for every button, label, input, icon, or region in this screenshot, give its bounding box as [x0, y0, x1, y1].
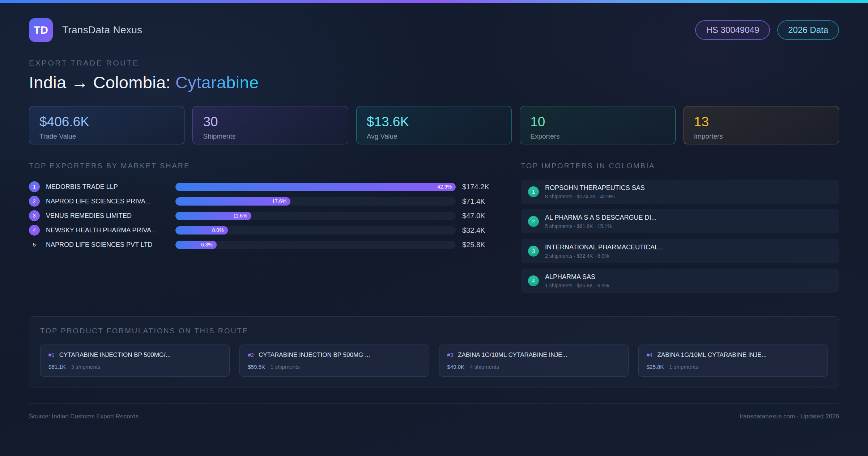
stat-cards: $406.6K Trade Value 30 Shipments $13.6K … — [29, 106, 839, 144]
stat-value: 30 — [203, 114, 337, 130]
exporters-section: TOP EXPORTERS BY MARKET SHARE 1 MEDORBIS… — [29, 162, 495, 298]
stat-exporters[interactable]: 10 Exporters — [520, 106, 675, 144]
stat-shipments[interactable]: 30 Shipments — [192, 106, 348, 144]
formulations-heading: TOP PRODUCT FORMULATIONS ON THIS ROUTE — [40, 327, 828, 335]
stat-label: Exporters — [530, 132, 665, 140]
exporters-heading: TOP EXPORTERS BY MARKET SHARE — [29, 162, 495, 170]
brand-name: TransData Nexus — [62, 24, 142, 36]
product-title: Cytarabine — [175, 73, 259, 92]
exporter-row[interactable]: 4 NEWSKY HEALTH PHARMA PRIVA... 8.0% $32… — [29, 223, 495, 237]
stat-value: $13.6K — [367, 114, 501, 130]
importers-section: TOP IMPORTERS IN COLOMBIA 1 ROPSOHN THER… — [521, 162, 839, 298]
page-title: India → Colombia: Cytarabine — [29, 72, 839, 92]
importer-card[interactable]: 4 ALPHARMA SAS 1 shipments · $25.8K · 6.… — [521, 269, 839, 293]
market-share-bar-track: 42.9% — [175, 183, 456, 191]
rank-badge: 3 — [528, 246, 539, 257]
exporter-row[interactable]: 5 NAPROD LIFE SCIENCES PVT LTD 6.3% $25.… — [29, 237, 495, 252]
product-card-top: #1 CYTARABINE INJECTION BP 500MG/... — [48, 351, 221, 359]
importer-name: ALPHARMA SAS — [545, 273, 609, 281]
importer-info: ROPSOHN THERAPEUTICS SAS 8 shipments · $… — [545, 184, 645, 199]
exporter-value: $32.4K — [456, 226, 495, 235]
product-value: $61.1K — [48, 364, 66, 370]
importers-heading: TOP IMPORTERS IN COLOMBIA — [521, 162, 839, 170]
product-shipments: 1 shipments — [271, 364, 300, 370]
market-share-bar-track: 8.0% — [175, 226, 456, 235]
product-card-top: #2 CYTARABINE INJECTION BP 500MG ... — [248, 351, 421, 359]
rank-badge: 4 — [528, 275, 539, 286]
product-shipments: 4 shipments — [470, 364, 499, 370]
product-card[interactable]: #1 CYTARABINE INJECTION BP 500MG/... $61… — [40, 345, 230, 377]
exporter-value: $25.8K — [456, 241, 495, 249]
product-rank: #1 — [48, 352, 55, 358]
top-accent-bar — [0, 0, 868, 3]
hs-code-badge[interactable]: HS 30049049 — [695, 20, 770, 40]
stat-label: Importers — [694, 132, 829, 140]
importer-info: ALPHARMA SAS 1 shipments · $25.8K · 6.3% — [545, 273, 609, 288]
stat-value: 10 — [530, 114, 665, 130]
importer-meta: 5 shipments · $61.6K · 15.1% — [545, 223, 656, 229]
stat-avg-value[interactable]: $13.6K Avg Value — [356, 106, 512, 144]
market-share-bar: 42.9% — [175, 183, 456, 191]
rank-badge: 2 — [528, 216, 539, 227]
product-rank: #4 — [647, 352, 653, 358]
importer-meta: 1 shipments · $25.8K · 6.3% — [545, 283, 609, 288]
header-badges: HS 30049049 2026 Data — [695, 20, 839, 40]
stat-label: Avg Value — [367, 132, 501, 140]
stat-trade-value[interactable]: $406.6K Trade Value — [29, 106, 184, 144]
market-share-bar-track: 11.6% — [175, 212, 456, 220]
product-card[interactable]: #4 ZABINA 1G/10ML CYTARABINE INJE... $25… — [638, 345, 828, 377]
exporter-row[interactable]: 2 NAPROD LIFE SCIENCES PRIVA... 17.6% $7… — [29, 194, 495, 208]
importer-meta: 2 shipments · $32.4K · 8.0% — [545, 253, 664, 259]
formulations-panel: TOP PRODUCT FORMULATIONS ON THIS ROUTE #… — [29, 316, 839, 388]
main-content: TOP EXPORTERS BY MARKET SHARE 1 MEDORBIS… — [29, 162, 839, 298]
year-data-badge[interactable]: 2026 Data — [777, 20, 839, 40]
exporter-name: NAPROD LIFE SCIENCES PRIVA... — [46, 198, 175, 205]
stat-importers[interactable]: 13 Importers — [684, 106, 839, 144]
rank-badge: 3 — [29, 210, 40, 221]
importer-card[interactable]: 1 ROPSOHN THERAPEUTICS SAS 8 shipments ·… — [521, 180, 839, 204]
market-share-percent: 11.6% — [233, 213, 247, 219]
market-share-bar-track: 17.6% — [175, 197, 456, 206]
exporter-name: NEWSKY HEALTH PHARMA PRIVA... — [46, 227, 175, 234]
rank-badge: 2 — [29, 196, 40, 207]
stat-label: Shipments — [203, 132, 337, 140]
product-name: ZABINA 1G/10ML CYTARABINE INJE... — [458, 351, 567, 359]
importer-name: ROPSOHN THERAPEUTICS SAS — [545, 184, 645, 192]
product-shipments: 3 shipments — [71, 364, 101, 370]
market-share-bar-track: 6.3% — [175, 241, 456, 249]
rank-badge: 4 — [29, 225, 40, 236]
product-shipments: 1 shipments — [669, 364, 698, 370]
product-card-bottom: $61.1K 3 shipments — [48, 364, 221, 370]
exporter-row[interactable]: 1 MEDORBIS TRADE LLP 42.9% $174.2K — [29, 180, 495, 194]
market-share-percent: 8.0% — [212, 227, 224, 233]
importer-card[interactable]: 2 AL PHARMA S A S DESCARGUE DI... 5 ship… — [521, 209, 839, 233]
market-share-percent: 17.6% — [272, 198, 286, 204]
site-link[interactable]: transdatanexus.com · Updated 2026 — [740, 413, 839, 420]
footer: Source: Indian Customs Export Records tr… — [29, 403, 839, 420]
product-name: CYTARABINE INJECTION BP 500MG/... — [59, 351, 171, 359]
importer-name: INTERNATIONAL PHARMACEUTICAL... — [545, 244, 664, 251]
product-card-bottom: $49.0K 4 shipments — [447, 364, 620, 370]
market-share-bar: 6.3% — [175, 241, 217, 249]
stat-value: $406.6K — [39, 114, 174, 130]
market-share-percent: 42.9% — [437, 184, 452, 190]
stat-value: 13 — [694, 114, 829, 130]
product-value: $49.0K — [447, 364, 465, 370]
product-rank: #3 — [447, 352, 454, 358]
importer-meta: 8 shipments · $174.2K · 42.9% — [545, 194, 645, 199]
product-card[interactable]: #3 ZABINA 1G/10ML CYTARABINE INJE... $49… — [439, 345, 629, 377]
product-card-bottom: $25.8K 1 shipments — [647, 364, 820, 370]
exporter-name: MEDORBIS TRADE LLP — [46, 183, 175, 191]
rank-badge: 1 — [528, 186, 539, 197]
market-share-bar: 11.6% — [175, 212, 251, 220]
exporter-name: VENUS REMEDIES LIMITED — [46, 212, 175, 220]
exporter-value: $47.0K — [456, 212, 495, 220]
product-card[interactable]: #2 CYTARABINE INJECTION BP 500MG ... $59… — [239, 345, 429, 377]
page-eyebrow: EXPORT TRADE ROUTE — [29, 59, 839, 67]
importer-card[interactable]: 3 INTERNATIONAL PHARMACEUTICAL... 2 ship… — [521, 239, 839, 263]
route-title: India → Colombia: — [29, 73, 175, 92]
app-logo[interactable]: TD — [29, 18, 53, 42]
formulation-cards: #1 CYTARABINE INJECTION BP 500MG/... $61… — [40, 345, 828, 377]
exporter-row[interactable]: 3 VENUS REMEDIES LIMITED 11.6% $47.0K — [29, 208, 495, 223]
market-share-percent: 6.3% — [201, 242, 213, 248]
